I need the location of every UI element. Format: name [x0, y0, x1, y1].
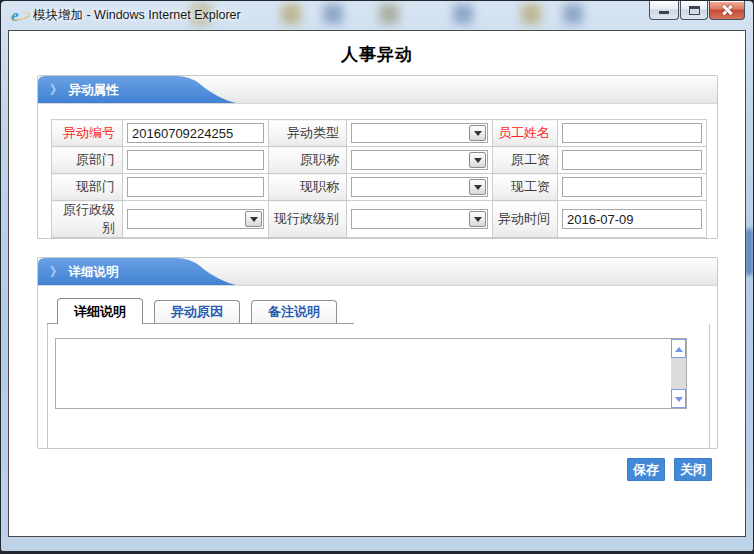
titlebar[interactable]: e 模块增加 - Windows Internet Explorer — [1, 1, 753, 30]
window-controls — [648, 1, 745, 20]
old-salary-input[interactable] — [562, 150, 702, 170]
change-date-label: 异动时间 — [493, 201, 558, 238]
old-admin-level-label: 原行政级别 — [52, 201, 123, 238]
form-row: 异动编号 异动类型 员工姓名 — [52, 120, 707, 147]
chevron-down-icon — [250, 217, 258, 222]
save-button[interactable]: 保存 — [627, 458, 665, 481]
page-title: 人事异动 — [9, 43, 745, 66]
description-tabs: 详细说明 异动原因 备注说明 — [47, 298, 354, 324]
triangle-up-icon — [675, 347, 683, 352]
section-title: 》详细说明 — [50, 258, 119, 286]
change-date-input[interactable] — [562, 209, 702, 229]
chevron-down-icon — [474, 158, 482, 163]
old-admin-level-select[interactable] — [127, 209, 264, 229]
scroll-up-button[interactable] — [671, 339, 686, 358]
maximize-button[interactable] — [680, 1, 708, 20]
ie-logo-icon: e — [11, 7, 28, 24]
close-window-button[interactable] — [709, 1, 745, 20]
section-detail-description: 》详细说明 详细说明 异动原因 备注说明 — [37, 257, 718, 449]
old-title-label: 原职称 — [269, 147, 347, 174]
form-row: 现部门 现职称 现工资 — [52, 174, 707, 201]
action-button-row: 保存 关闭 — [627, 458, 712, 481]
chevron-down-icon — [474, 185, 482, 190]
new-department-input[interactable] — [127, 177, 264, 197]
tab-content-panel — [47, 324, 710, 449]
change-id-label: 异动编号 — [52, 120, 123, 147]
scroll-down-button[interactable] — [671, 389, 686, 408]
ie-popup-window: e 模块增加 - Windows Internet Explorer 人事异动 … — [0, 0, 754, 554]
old-salary-label: 原工资 — [493, 147, 558, 174]
close-button[interactable]: 关闭 — [674, 458, 712, 481]
change-type-select[interactable] — [351, 123, 488, 143]
tab-detail-description[interactable]: 详细说明 — [57, 298, 143, 324]
tab-change-reason[interactable]: 异动原因 — [154, 300, 240, 323]
new-admin-level-label: 现行政级别 — [269, 201, 347, 238]
new-title-select[interactable] — [351, 177, 488, 197]
window-title: 模块增加 - Windows Internet Explorer — [33, 1, 241, 30]
new-salary-label: 现工资 — [493, 174, 558, 201]
section-header: 》详细说明 — [38, 258, 717, 286]
section-chevron-icon: 》 — [50, 83, 63, 97]
dropdown-button[interactable] — [245, 211, 262, 227]
textarea-scrollbar[interactable] — [671, 339, 686, 408]
section-chevron-icon: 》 — [50, 265, 63, 279]
dropdown-button[interactable] — [469, 152, 486, 168]
form-row: 原行政级别 现行政级别 异动时间 — [52, 201, 707, 238]
section-change-attributes: 》异动属性 异动编号 异动类型 员工姓名 原部门 原职称 原工资 — [37, 75, 718, 239]
minimize-button[interactable] — [649, 1, 679, 20]
form-row: 原部门 原职称 原工资 — [52, 147, 707, 174]
dropdown-button[interactable] — [469, 179, 486, 195]
old-department-input[interactable] — [127, 150, 264, 170]
close-icon — [721, 4, 733, 16]
change-type-label: 异动类型 — [269, 120, 347, 147]
old-department-label: 原部门 — [52, 147, 123, 174]
maximize-icon — [689, 6, 700, 15]
new-salary-input[interactable] — [562, 177, 702, 197]
tab-remarks[interactable]: 备注说明 — [251, 300, 337, 323]
new-department-label: 现部门 — [52, 174, 123, 201]
description-textarea[interactable] — [56, 339, 671, 408]
section-header: 》异动属性 — [38, 76, 717, 104]
minimize-icon — [659, 11, 669, 14]
employee-name-input[interactable] — [562, 123, 702, 143]
employee-name-label: 员工姓名 — [493, 120, 558, 147]
dropdown-button[interactable] — [469, 211, 486, 227]
section-title: 》异动属性 — [50, 76, 119, 104]
change-attributes-table: 异动编号 异动类型 员工姓名 原部门 原职称 原工资 现部门 — [51, 119, 707, 238]
triangle-down-icon — [675, 397, 683, 402]
chevron-down-icon — [474, 217, 482, 222]
window-border-reflection — [745, 229, 753, 275]
new-title-label: 现职称 — [269, 174, 347, 201]
description-editor-frame — [55, 338, 687, 409]
new-admin-level-select[interactable] — [351, 209, 488, 229]
old-title-select[interactable] — [351, 150, 488, 170]
page-content: 人事异动 》异动属性 异动编号 异动类型 员工姓名 — [8, 30, 746, 537]
dropdown-button[interactable] — [469, 125, 486, 141]
chevron-down-icon — [474, 131, 482, 136]
change-id-input[interactable] — [127, 123, 264, 143]
